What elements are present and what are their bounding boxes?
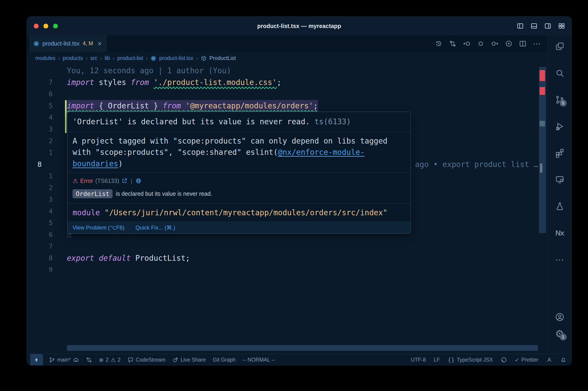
run-file-icon[interactable] — [505, 40, 513, 48]
feedback-status[interactable] — [546, 357, 552, 363]
desktop: product-list.tsx — myreactapp — [0, 0, 588, 391]
view-problem-link[interactable]: View Problem (⌥F8) — [73, 224, 124, 231]
layout-controls — [516, 16, 566, 35]
breadcrumb-item-modules[interactable]: modules — [35, 55, 55, 61]
git-graph-status[interactable]: Git Graph — [213, 357, 236, 363]
breadcrumb-item-product-list[interactable]: product-list — [117, 55, 143, 61]
tab-product-list[interactable]: product-list.tsx 4, M × — [29, 35, 107, 52]
open-external-icon[interactable] — [121, 178, 127, 184]
github-status[interactable] — [501, 357, 507, 363]
code-text: import { OrderList } from '@myreactapp/m… — [67, 100, 318, 112]
compare-changes-icon[interactable] — [449, 40, 457, 48]
compare-status[interactable] — [86, 357, 92, 363]
error-count: 2 — [106, 357, 109, 363]
code-token: { OrderList } — [94, 101, 163, 110]
vim-mode-status[interactable]: -- NORMAL -- — [243, 357, 275, 363]
symbol-chip: OrderList — [73, 189, 113, 198]
breadcrumb-item-file[interactable]: product-list.tsx — [159, 55, 193, 61]
remote-indicator[interactable] — [30, 354, 43, 366]
traffic-lights — [34, 16, 58, 35]
code-line[interactable]: 6 — [27, 88, 538, 100]
additional-views-icon[interactable]: ⋯ — [555, 255, 565, 265]
accounts-icon[interactable] — [555, 312, 565, 322]
language-mode-status[interactable]: {} TypeScript JSX — [448, 357, 493, 363]
tooltip-error-detail: OrderList is declared but its value is n… — [68, 186, 411, 203]
line-number: 7 — [27, 77, 61, 88]
search-icon[interactable] — [555, 68, 565, 78]
breadcrumb-item-src[interactable]: src — [90, 55, 97, 61]
breadcrumb-separator: › — [113, 55, 115, 62]
code-line[interactable]: 7import styles from './product-list.modu… — [27, 77, 538, 88]
git-branch-status[interactable]: main* — [49, 357, 79, 363]
problems-status[interactable]: ⊗ 2 ⚠ 2 — [99, 357, 121, 363]
previous-change-icon[interactable] — [463, 40, 471, 48]
code-line[interactable]: 5import { OrderList } from '@myreactapp/… — [27, 100, 538, 112]
remote-explorer-icon[interactable] — [555, 175, 565, 185]
horizontal-scrollbar-thumb[interactable] — [67, 345, 538, 351]
code-line[interactable]: You, 12 seconds ago | 1 author (You) — [27, 65, 538, 77]
live-share-status[interactable]: Live Share — [172, 357, 206, 363]
notifications-bell-icon[interactable] — [560, 357, 566, 363]
code-token: import — [67, 101, 94, 110]
react-file-icon — [151, 55, 157, 61]
toggle-right-sidebar-icon[interactable] — [544, 22, 552, 29]
overview-ruler — [538, 65, 548, 354]
breadcrumb-item-symbol[interactable]: ProductList — [209, 55, 236, 61]
eol-status[interactable]: LF — [434, 357, 440, 363]
tooltip-actions: View Problem (⌥F8) Quick Fix... (⌘.) — [68, 222, 411, 233]
split-editor-icon[interactable] — [519, 40, 527, 48]
zoom-window-button[interactable] — [53, 24, 58, 28]
code-token: styles — [94, 78, 131, 87]
testing-beaker-icon[interactable] — [555, 201, 565, 211]
eslint-message-close: ) — [118, 159, 123, 168]
line-number: 4 — [27, 205, 61, 217]
status-bar: main* ⊗ 2 ⚠ 2 CodeStream — [27, 354, 572, 366]
settings-gear-icon[interactable]: ⚙ 1 — [555, 328, 565, 339]
line-number: 8 — [27, 159, 61, 170]
line-number: 1 — [27, 170, 61, 182]
codestream-status[interactable]: CodeStream — [127, 357, 165, 363]
source-control-icon[interactable]: 5 — [555, 95, 565, 105]
error-label: Error — [80, 178, 93, 184]
code-token: You, 12 seconds ago | 1 author (You) — [67, 66, 231, 75]
open-changes-icon[interactable] — [477, 40, 485, 48]
quick-fix-link[interactable]: Quick Fix... (⌘.) — [136, 224, 175, 231]
tab-close-icon[interactable]: × — [98, 40, 102, 47]
code-line[interactable]: 7 — [27, 241, 538, 252]
error-code: (TS6133) — [95, 178, 119, 184]
timeline-history-icon[interactable] — [435, 40, 443, 48]
next-change-icon[interactable] — [491, 40, 499, 48]
nx-console-icon[interactable]: Nx — [555, 228, 565, 238]
live-share-label: Live Share — [180, 357, 206, 363]
toggle-panel-icon[interactable] — [530, 22, 538, 29]
more-actions-icon[interactable]: ⋯ — [533, 40, 541, 48]
code-line[interactable]: 9 — [27, 264, 538, 276]
toggle-left-sidebar-icon[interactable] — [516, 22, 524, 29]
code-editor[interactable]: You, 12 seconds ago | 1 author (You)7imp… — [27, 65, 548, 354]
globe-icon[interactable] — [136, 178, 142, 184]
code-token: './product-list.module.css' — [154, 78, 277, 87]
breadcrumb-separator: › — [196, 55, 198, 62]
encoding-status[interactable]: UTF-8 — [411, 357, 426, 363]
customize-layout-icon[interactable] — [558, 22, 566, 29]
minimize-window-button[interactable] — [43, 24, 48, 28]
braces-icon: {} — [448, 357, 455, 363]
breadcrumb-item-lib[interactable]: lib — [105, 55, 110, 61]
vscode-window: product-list.tsx — myreactapp — [27, 16, 572, 366]
run-debug-icon[interactable] — [555, 121, 565, 131]
ts-error-code: ts(6133) — [310, 117, 351, 126]
line-number: 3 — [27, 194, 61, 205]
diff-mark-red — [540, 70, 545, 81]
extensions-icon[interactable] — [555, 148, 565, 158]
eol-label: LF — [434, 357, 440, 363]
breadcrumb-item-products[interactable]: products — [63, 55, 83, 61]
prettier-status[interactable]: ✓ Prettier — [515, 357, 538, 363]
copy-files-icon[interactable] — [555, 41, 565, 51]
code-line[interactable]: 8export default ProductList; — [27, 252, 538, 264]
editor-toolbar: ⋯ — [435, 35, 548, 52]
code-text: You, 12 seconds ago | 1 author (You) — [67, 65, 231, 77]
close-window-button[interactable] — [34, 24, 39, 28]
line-number: 1 — [27, 147, 61, 159]
line-number — [27, 65, 61, 77]
code-token: from — [163, 101, 181, 110]
